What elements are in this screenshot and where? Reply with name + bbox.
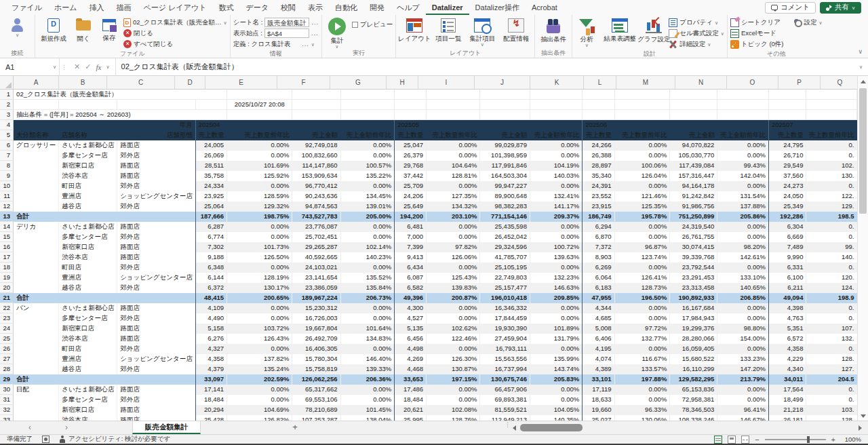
cell-E16[interactable]: 101.73% (227, 242, 292, 252)
cell-O30[interactable]: 0.00% (717, 385, 769, 395)
cell-F29[interactable]: 126,062,256 (292, 374, 340, 385)
cell-P31[interactable]: 18,499 (768, 395, 806, 405)
select-all-corner[interactable] (0, 76, 14, 90)
row-header-21[interactable]: 21 (0, 293, 14, 303)
cell-M6[interactable]: 0.00% (614, 140, 670, 151)
measure-header-N[interactable]: 売上金額 (670, 130, 717, 140)
cell-F14[interactable]: 23,776,087 (292, 222, 340, 232)
cell-B16[interactable]: 新宿東口店 (59, 242, 117, 252)
cell-F1[interactable] (292, 90, 340, 100)
cell-E33[interactable]: 126.82% (227, 415, 292, 421)
row-header-26[interactable]: 26 (0, 344, 14, 354)
col-header-B[interactable]: B (59, 76, 107, 90)
cell-M14[interactable]: 0.00% (614, 222, 670, 232)
cell-D28[interactable]: 4,379 (195, 364, 227, 374)
cell-C22[interactable]: 路面店 (117, 303, 196, 313)
cell-K10[interactable]: 0.00% (530, 181, 582, 191)
cell-P12[interactable]: 25,349 (768, 201, 806, 212)
cell-D30[interactable]: 17,141 (195, 385, 227, 395)
comments-button[interactable]: コメント (765, 2, 816, 14)
cell-K15[interactable]: 0.00% (530, 232, 582, 242)
cell-I16[interactable]: 97.82% (427, 242, 480, 252)
cell-F24[interactable]: 19,667,804 (292, 324, 340, 334)
cell-J1[interactable] (480, 90, 530, 100)
cell-D15[interactable]: 6,774 (195, 232, 227, 242)
cell-C8[interactable]: 路面店 (117, 161, 196, 171)
horizontal-scroll-thumb[interactable] (520, 424, 583, 431)
cell-O27[interactable]: 133.23% (717, 354, 769, 364)
cell-L13[interactable]: 186,749 (583, 212, 614, 222)
sheet-clear-button[interactable]: シートクリア (730, 17, 784, 28)
cell-J2[interactable] (480, 100, 530, 110)
extract-condition-button[interactable]: 抽出条件 (538, 16, 569, 43)
cell-H10[interactable]: 25,709 (395, 181, 427, 191)
cell-B15[interactable]: 多摩センター店 (59, 232, 117, 242)
cell-Q6[interactable]: 0. (806, 140, 857, 151)
cell-O25[interactable]: 154.00% (717, 334, 769, 344)
cell-M21[interactable]: 196.50% (614, 293, 670, 303)
cell-B11[interactable]: 豊洲店 (59, 191, 117, 201)
col-header-J[interactable]: J (475, 76, 530, 90)
cell-D18[interactable]: 6,348 (195, 263, 227, 273)
cell-P20[interactable]: 6,211 (768, 283, 806, 293)
cell-D10[interactable]: 24,334 (195, 181, 227, 191)
cell-A21[interactable]: 合計 (14, 293, 59, 303)
cell-D26[interactable]: 4,327 (195, 344, 227, 354)
cell-M11[interactable]: 121.46% (614, 191, 670, 201)
accessibility-status[interactable]: アクセシビリティ: 検討が必要です (59, 435, 170, 444)
cell-J13[interactable]: 771,154,146 (480, 212, 530, 222)
cell-K25[interactable]: 131.79% (530, 334, 582, 344)
cell-F17[interactable]: 40,592,665 (292, 252, 340, 263)
cell-A24[interactable] (14, 324, 59, 334)
cell-E12[interactable]: 129.32% (227, 201, 292, 212)
row-header-19[interactable]: 19 (0, 273, 14, 283)
row-header-2[interactable]: 2 (0, 100, 14, 110)
cell-I9[interactable]: 128.81% (427, 171, 480, 181)
cell-B29[interactable] (59, 374, 117, 385)
cell-H26[interactable]: 4,498 (395, 344, 427, 354)
sheet-next-arrow[interactable]: › (61, 421, 72, 434)
preview-checkbox[interactable]: プレビュー (352, 19, 393, 30)
cell-I26[interactable]: 0.00% (427, 344, 480, 354)
cell-F21[interactable]: 189,967,224 (292, 293, 340, 303)
ribbon-tab-校閲[interactable]: 校閲 (275, 0, 302, 15)
row-header-1[interactable]: 1 (0, 90, 14, 100)
cell-A30[interactable]: 日配 (14, 385, 59, 395)
cell-H21[interactable]: 49,396 (395, 293, 427, 303)
cell-K20[interactable]: 146.63% (530, 283, 582, 293)
cell-J7[interactable]: 101,398,959 (480, 151, 530, 161)
zoom-slider-knob[interactable] (807, 436, 810, 443)
cell-G9[interactable]: 135.22% (340, 171, 395, 181)
cell-M26[interactable]: 0.00% (614, 344, 670, 354)
cell-B31[interactable]: 多摩センター店 (59, 395, 117, 405)
cell-Q14[interactable]: 0. (806, 222, 857, 232)
cell-K29[interactable]: 205.83% (530, 374, 582, 385)
cell-K26[interactable]: 0.00% (530, 344, 582, 354)
ribbon-tab-Datalizer[interactable]: Datalizer (426, 0, 469, 15)
cell-D13[interactable]: 187,666 (195, 212, 227, 222)
cell-D21[interactable]: 48,415 (195, 293, 227, 303)
cell-F18[interactable]: 24,103,021 (292, 263, 340, 273)
cell-N24[interactable]: 19,299,376 (670, 324, 717, 334)
cell-I1[interactable] (427, 90, 480, 100)
cell-E24[interactable]: 103.72% (227, 324, 292, 334)
cell-A8[interactable] (14, 161, 59, 171)
cell-B12[interactable]: 越谷店 (59, 201, 117, 212)
cell-B21[interactable] (59, 293, 117, 303)
cell-Q2[interactable] (806, 100, 857, 110)
cell-E17[interactable]: 126.50% (227, 252, 292, 263)
cell-G16[interactable]: 102.14% (340, 242, 395, 252)
cell-K18[interactable]: 0.00% (530, 263, 582, 273)
cell-C12[interactable]: 郊外店 (117, 201, 196, 212)
row-header-12[interactable]: 12 (0, 201, 14, 212)
cell-J25[interactable]: 27,459,904 (480, 334, 530, 344)
cell-L3[interactable] (583, 110, 614, 120)
cell-K13[interactable]: 209.37% (530, 212, 582, 222)
cell-B14[interactable]: さいたま新都心店 (59, 222, 117, 232)
cell-J3[interactable] (480, 110, 530, 120)
close-button[interactable]: 閉じる (123, 28, 227, 39)
cell-C20[interactable]: 郊外店 (117, 283, 196, 293)
name-box[interactable]: A1 ∨ (0, 58, 60, 76)
cell-D6[interactable]: 24,005 (195, 140, 227, 151)
add-sheet-button[interactable]: + (288, 421, 302, 434)
